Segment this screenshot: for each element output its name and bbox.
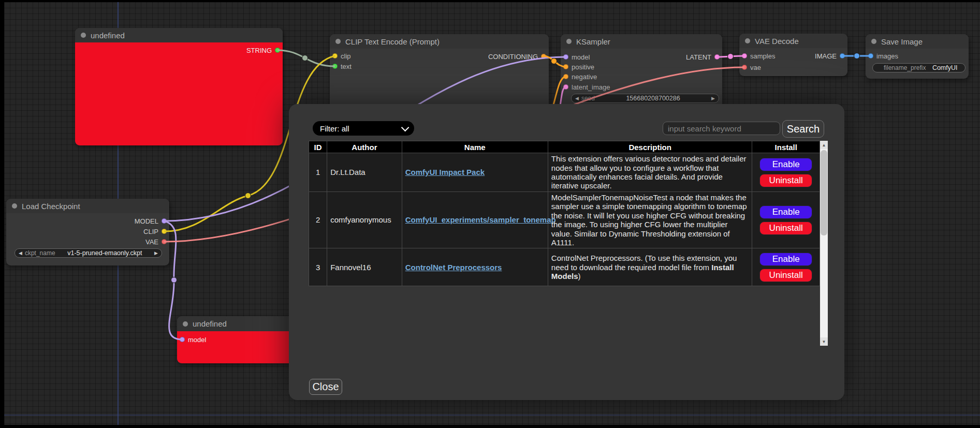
extensions-table-wrap: ID Author Name Description Install 1 Dr.…: [309, 141, 828, 346]
input-label-model: model: [188, 336, 206, 344]
arrow-right-icon[interactable]: ▶: [154, 251, 158, 256]
output-label-clip: CLIP: [143, 228, 158, 235]
input-label-latent-image: latent_image: [572, 83, 610, 91]
node-header[interactable]: Save Image: [866, 34, 969, 49]
input-pin-samples[interactable]: [742, 53, 747, 58]
widget-value: v1-5-pruned-emaonly.ckpt: [58, 249, 152, 257]
search-input[interactable]: [663, 122, 780, 135]
widget-value: 156680208700286: [597, 95, 709, 102]
col-header-author: Author: [327, 141, 402, 153]
node-header[interactable]: undefined: [177, 316, 300, 331]
close-button[interactable]: Close: [309, 379, 342, 395]
chevron-down-icon: [401, 123, 409, 131]
output-label-conditioning: CONDITIONING: [488, 53, 538, 61]
enable-button[interactable]: Enable: [759, 253, 812, 266]
filename-prefix-widget[interactable]: filename_prefix ComfyUI: [872, 63, 966, 72]
ckpt-name-widget[interactable]: ◀ ckpt_name v1-5-pruned-emaonly.ckpt ▶: [14, 248, 162, 258]
node-header[interactable]: KSampler: [561, 34, 722, 49]
cell-description: This extension offers various detector n…: [548, 153, 752, 192]
table-row: 3 Fannovel16 ControlNet Preprocessors Co…: [309, 248, 820, 286]
input-pin-negative[interactable]: [563, 74, 568, 79]
uninstall-button[interactable]: Uninstall: [759, 269, 812, 282]
reroute-dot: [854, 53, 860, 59]
node-undefined-bottom[interactable]: undefined model: [177, 316, 300, 363]
arrow-left-icon[interactable]: ◀: [19, 251, 22, 256]
node-dot-icon: [745, 38, 750, 43]
node-title: undefined: [91, 31, 125, 40]
node-dot-icon: [871, 39, 876, 44]
input-pin-images[interactable]: [868, 53, 873, 58]
output-label-latent: LATENT: [686, 53, 711, 61]
scroll-up-icon[interactable]: ▲: [820, 141, 828, 149]
output-label-string: STRING: [246, 47, 272, 54]
input-pin-vae[interactable]: [742, 65, 747, 70]
node-vae-decode[interactable]: VAE Decode samples vae IMAGE: [739, 34, 847, 76]
input-label-images: images: [876, 52, 898, 60]
output-pin-vae[interactable]: [162, 239, 167, 244]
comfyui-app: undefined STRING CLIP Text Encode (Promp…: [0, 0, 980, 428]
col-header-name: Name: [402, 141, 548, 153]
filter-select-label: Filter: all: [320, 124, 349, 133]
scroll-down-icon[interactable]: ▼: [820, 337, 828, 346]
node-dot-icon: [566, 39, 572, 44]
enable-button[interactable]: Enable: [759, 205, 812, 219]
input-pin-text[interactable]: [332, 64, 338, 69]
input-pin-positive[interactable]: [563, 64, 568, 69]
wire-string-to-text: [277, 50, 335, 66]
reroute-dot: [302, 55, 308, 61]
extension-link[interactable]: ControlNet Preprocessors: [405, 263, 502, 272]
wire-clip-segment-a: [164, 196, 248, 231]
extension-link[interactable]: ComfyUI Impact Pack: [405, 168, 485, 176]
output-pin-latent[interactable]: [714, 54, 720, 60]
output-label-vae: VAE: [145, 238, 158, 246]
cell-description: ControlNet Preprocessors. (To use this e…: [548, 248, 752, 286]
arrow-left-icon[interactable]: ◀: [575, 96, 579, 101]
widget-value: ComfyUI: [928, 64, 961, 71]
output-label-model: MODEL: [135, 217, 158, 225]
input-pin-model[interactable]: [180, 337, 185, 342]
node-dot-icon: [183, 321, 188, 327]
col-header-description: Description: [548, 141, 752, 153]
node-body: MODEL CLIP VAE ◀ ckpt_name v1-5-pruned-e…: [6, 213, 169, 265]
output-pin-clip[interactable]: [162, 229, 167, 234]
filter-select[interactable]: Filter: all: [313, 121, 414, 136]
uninstall-button[interactable]: Uninstall: [759, 222, 812, 235]
output-pin-conditioning[interactable]: [541, 54, 546, 59]
node-header[interactable]: Load Checkpoint: [6, 199, 169, 213]
search-button[interactable]: Search: [782, 120, 824, 138]
input-pin-clip[interactable]: [332, 53, 338, 58]
node-load-checkpoint[interactable]: Load Checkpoint MODEL CLIP VAE ◀ ckpt_na: [6, 199, 169, 265]
arrow-right-icon[interactable]: ▶: [711, 96, 715, 101]
reroute-dot: [245, 193, 251, 199]
output-pin-string[interactable]: [275, 48, 280, 53]
node-header[interactable]: CLIP Text Encode (Prompt): [330, 34, 549, 49]
uninstall-button[interactable]: Uninstall: [759, 174, 812, 187]
node-title: CLIP Text Encode (Prompt): [345, 37, 440, 46]
output-label-image: IMAGE: [815, 52, 837, 60]
output-pin-model[interactable]: [162, 218, 167, 224]
node-undefined-top[interactable]: undefined STRING: [75, 28, 283, 145]
cell-author: comfyanonymous: [327, 192, 402, 248]
cell-author: Dr.Lt.Data: [327, 153, 402, 192]
input-label-negative: negative: [572, 73, 597, 81]
node-title: VAE Decode: [755, 37, 799, 46]
seed-widget[interactable]: ◀ seed 156680208700286 ▶: [571, 94, 719, 103]
reroute-dot: [551, 58, 557, 64]
extension-link[interactable]: ComfyUI_experiments/sampler_tonemap: [405, 215, 556, 224]
node-ksampler[interactable]: KSampler model positive negative latent: [561, 34, 722, 112]
output-pin-image[interactable]: [840, 53, 845, 58]
node-header[interactable]: VAE Decode: [739, 34, 847, 48]
table-scrollbar[interactable]: ▲ ▼: [820, 141, 828, 346]
input-pin-model[interactable]: [563, 54, 568, 60]
input-pin-latent-image[interactable]: [563, 84, 568, 90]
enable-button[interactable]: Enable: [759, 158, 812, 171]
node-header[interactable]: undefined: [75, 28, 283, 42]
input-label-positive: positive: [572, 63, 594, 71]
col-header-install: Install: [752, 141, 820, 153]
node-save-image[interactable]: Save Image images filename_prefix ComfyU…: [866, 34, 969, 79]
node-body: model positive negative latent_image LAT…: [561, 49, 722, 112]
reroute-dot: [728, 54, 734, 60]
node-title: Load Checkpoint: [22, 202, 80, 211]
input-label-model: model: [572, 53, 590, 61]
scrollbar-thumb[interactable]: [821, 150, 827, 235]
